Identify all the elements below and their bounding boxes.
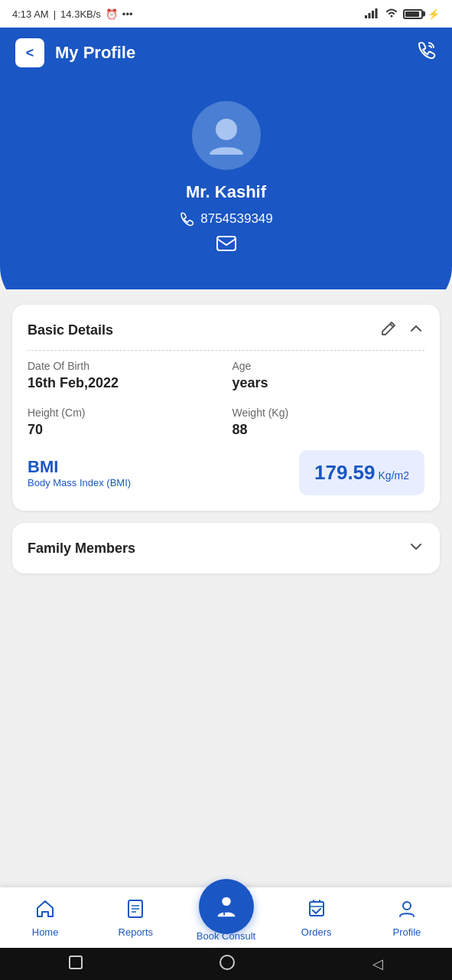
home-icon bbox=[35, 899, 55, 923]
reports-label: Reports bbox=[119, 926, 154, 938]
status-bar: 4:13 AM | 14.3KB/s ⏰ ••• ⚡ bbox=[0, 0, 452, 28]
reports-icon bbox=[125, 899, 145, 923]
profile-email bbox=[216, 236, 236, 251]
android-square-btn[interactable] bbox=[69, 956, 83, 972]
svg-rect-6 bbox=[217, 237, 236, 250]
basic-details-card: Basic Details Date Of Birth bbox=[12, 305, 440, 511]
status-time: 4:13 AM bbox=[12, 8, 49, 20]
orders-icon bbox=[307, 899, 327, 923]
svg-point-4 bbox=[391, 15, 393, 17]
android-back-btn[interactable]: ◁ bbox=[372, 956, 383, 972]
home-label: Home bbox=[32, 926, 59, 938]
android-nav-bar: ◁ bbox=[0, 948, 452, 980]
bmi-unit: Kg/m2 bbox=[379, 469, 409, 482]
dob-label: Date Of Birth bbox=[28, 360, 220, 372]
age-item: Age years bbox=[233, 360, 425, 391]
battery-icon bbox=[403, 9, 423, 19]
height-label: Height (Cm) bbox=[28, 407, 220, 419]
alarm-icon: ⏰ bbox=[106, 8, 118, 20]
bmi-section: BMI Body Mass Index (BMI) 179.59 Kg/m2 bbox=[28, 450, 424, 495]
age-value: years bbox=[233, 375, 425, 391]
edit-icon[interactable] bbox=[380, 320, 397, 341]
svg-rect-1 bbox=[369, 13, 371, 18]
profile-section: Mr. Kashif 8754539349 bbox=[0, 78, 452, 312]
nav-profile[interactable]: Profile bbox=[362, 899, 452, 938]
profile-name: Mr. Kashif bbox=[186, 182, 266, 202]
collapse-icon[interactable] bbox=[408, 320, 424, 341]
bottom-nav: Home Reports Book Consult bbox=[0, 887, 452, 948]
svg-point-15 bbox=[403, 902, 411, 910]
age-label: Age bbox=[233, 360, 425, 372]
dob-value: 16th Feb,2022 bbox=[28, 375, 220, 391]
book-consult-circle[interactable] bbox=[199, 879, 254, 934]
svg-rect-3 bbox=[376, 8, 378, 18]
bmi-sublabel: Body Mass Index (BMI) bbox=[28, 477, 131, 488]
height-item: Height (Cm) 70 bbox=[28, 407, 220, 438]
svg-rect-12 bbox=[222, 906, 230, 908]
profile-phone: 8754539349 bbox=[179, 211, 273, 227]
svg-point-11 bbox=[222, 897, 230, 906]
more-icon: ••• bbox=[122, 8, 133, 20]
profile-label: Profile bbox=[392, 926, 421, 938]
card-actions bbox=[380, 320, 424, 341]
status-network: | bbox=[54, 8, 56, 20]
main-content: Basic Details Date Of Birth bbox=[0, 289, 452, 601]
call-icon[interactable] bbox=[415, 40, 437, 67]
height-value: 70 bbox=[28, 422, 220, 438]
status-left: 4:13 AM | 14.3KB/s ⏰ ••• bbox=[12, 8, 133, 20]
header: < My Profile bbox=[0, 28, 452, 78]
svg-point-5 bbox=[216, 119, 237, 140]
details-grid: Date Of Birth 16th Feb,2022 Age years He… bbox=[28, 360, 424, 438]
wifi-icon bbox=[385, 8, 398, 21]
weight-label: Weight (Kg) bbox=[233, 407, 425, 419]
header-left: < My Profile bbox=[15, 38, 135, 67]
card-divider bbox=[28, 350, 424, 351]
family-members-title: Family Members bbox=[28, 541, 135, 557]
status-right: ⚡ bbox=[365, 8, 440, 21]
nav-book-consult[interactable]: Book Consult bbox=[180, 895, 271, 942]
nav-home[interactable]: Home bbox=[0, 899, 90, 938]
back-button[interactable]: < bbox=[15, 38, 44, 67]
nav-reports[interactable]: Reports bbox=[90, 899, 180, 938]
dob-item: Date Of Birth 16th Feb,2022 bbox=[28, 360, 220, 391]
phone-number: 8754539349 bbox=[200, 211, 273, 227]
bmi-number: 179.59 bbox=[314, 461, 376, 485]
charge-icon: ⚡ bbox=[428, 8, 440, 20]
page-title: My Profile bbox=[55, 43, 135, 63]
bmi-left: BMI Body Mass Index (BMI) bbox=[28, 457, 131, 488]
bmi-value-box: 179.59 Kg/m2 bbox=[299, 450, 424, 495]
bmi-label: BMI bbox=[28, 457, 131, 477]
expand-icon[interactable] bbox=[408, 538, 424, 558]
svg-rect-0 bbox=[365, 15, 367, 18]
status-speed: 14.3KB/s bbox=[60, 8, 101, 20]
weight-item: Weight (Kg) 88 bbox=[233, 407, 425, 438]
orders-label: Orders bbox=[301, 926, 332, 938]
avatar bbox=[192, 101, 261, 170]
signal-icon bbox=[365, 8, 380, 21]
card-header: Basic Details bbox=[28, 320, 424, 341]
android-home-btn[interactable] bbox=[219, 955, 235, 973]
svg-rect-2 bbox=[372, 11, 374, 18]
nav-orders[interactable]: Orders bbox=[272, 899, 362, 938]
weight-value: 88 bbox=[233, 422, 425, 438]
basic-details-title: Basic Details bbox=[28, 322, 113, 338]
profile-icon bbox=[397, 899, 417, 923]
family-members-card[interactable]: Family Members bbox=[12, 523, 440, 573]
